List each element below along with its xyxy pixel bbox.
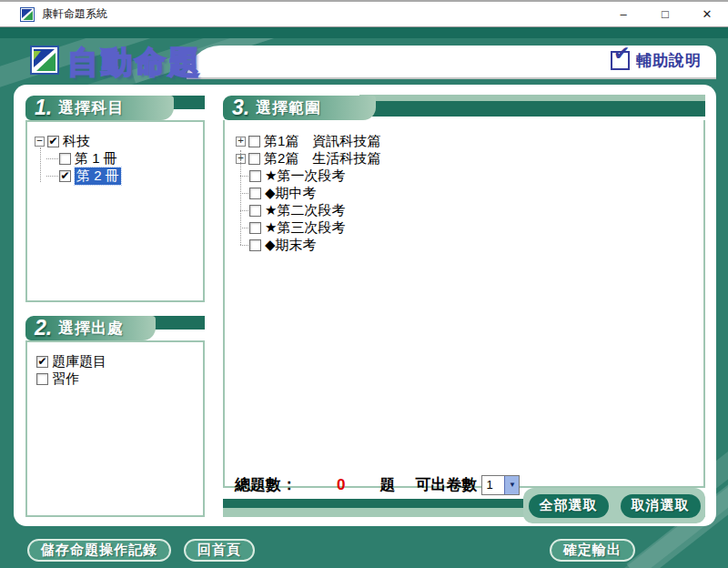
save-record-button[interactable]: 儲存命題操作記錄: [27, 539, 171, 562]
panel3-bottom-bar: [223, 499, 523, 508]
option-row-workbook: 習作: [36, 370, 203, 388]
collapse-icon[interactable]: −: [35, 137, 45, 147]
tree-connector: [240, 176, 248, 177]
tree-label[interactable]: 第2篇 生活科技篇: [264, 150, 380, 167]
subject-tree-box: − ✔ 科技 第 1 冊 ✔ 第 2 冊: [25, 120, 205, 302]
tree-row-part2: + 第2篇 生活科技篇: [236, 150, 703, 167]
checkbox[interactable]: [36, 373, 48, 385]
minimize-button[interactable]: –: [602, 2, 644, 26]
home-button[interactable]: 回首頁: [184, 539, 255, 562]
papers-count-select[interactable]: 1 ▼: [481, 475, 520, 495]
checkbox[interactable]: [248, 136, 260, 147]
checkbox[interactable]: [249, 188, 261, 199]
checkbox[interactable]: [248, 153, 260, 165]
checkmark-box-icon: ✔: [611, 51, 630, 70]
tree-label[interactable]: 第 1 冊: [75, 150, 117, 167]
tree-label[interactable]: ★第一次段考: [265, 167, 345, 185]
papers-label: 可出卷數: [415, 474, 477, 495]
help-label: 輔助說明: [636, 50, 702, 71]
papers-count-value: 1: [482, 476, 504, 494]
selection-buttons-tab: 全部選取 取消選取: [523, 488, 705, 523]
tree-connector: [240, 245, 248, 246]
deselect-button[interactable]: 取消選取: [621, 494, 701, 518]
tree-line: [240, 150, 241, 245]
close-button[interactable]: ✕: [686, 2, 728, 26]
tree-row-part1: + 第1篇 資訊科技篇: [236, 133, 703, 150]
tree-label[interactable]: ★第三次段考: [265, 219, 345, 237]
option-label[interactable]: 題庫題目: [52, 353, 106, 370]
window-titlebar: 康軒命題系統 – □ ✕: [0, 0, 728, 27]
tree-label[interactable]: ★第二次段考: [265, 202, 345, 219]
panel3-number: 3.: [232, 96, 249, 120]
header-white-tab: ✔ 輔助說明: [187, 46, 716, 79]
maximize-button[interactable]: □: [644, 2, 686, 26]
tree-row-volume1: 第 1 冊: [35, 150, 203, 167]
panel2-title: 選擇出處: [58, 318, 124, 339]
tree-connector: [240, 228, 248, 228]
select-all-button[interactable]: 全部選取: [529, 494, 609, 518]
panel2-number: 2.: [35, 316, 52, 340]
page-title: 自動命題: [67, 42, 202, 84]
tree-row-midterm: ◆期中考: [236, 185, 703, 202]
tree-row-exam1: ★第一次段考: [236, 167, 703, 185]
tree-label[interactable]: 第1篇 資訊科技篇: [264, 133, 380, 150]
tree-connector: [46, 158, 58, 159]
checkbox[interactable]: ✔: [36, 356, 48, 368]
total-count: 0: [337, 476, 345, 494]
checkbox[interactable]: [249, 239, 261, 251]
question-summary: 總題數： 0 題 可出卷數 1 ▼: [235, 474, 520, 495]
tree-label[interactable]: 科技: [63, 133, 90, 150]
app-logo-icon: [20, 7, 35, 22]
checkbox[interactable]: [249, 205, 261, 217]
checkbox[interactable]: ✔: [47, 136, 59, 147]
source-options-box: ✔ 題庫題目 習作: [25, 340, 205, 517]
tree-connector: [240, 193, 248, 194]
checkbox[interactable]: [59, 153, 71, 165]
checkbox[interactable]: ✔: [59, 170, 71, 182]
main-panel: 1. 選擇科目 − ✔ 科技 第 1 冊 ✔ 第 2 冊 2. 選擇出: [14, 85, 716, 526]
tree-row-exam2: ★第二次段考: [236, 202, 703, 219]
tree-row-subject-root: − ✔ 科技: [35, 133, 203, 150]
panel2-banner: 2. 選擇出處: [25, 316, 156, 340]
panel3-light-bar: [359, 95, 705, 101]
tree-connector: [46, 176, 58, 177]
option-label[interactable]: 習作: [52, 370, 79, 388]
help-button[interactable]: ✔ 輔助說明: [611, 50, 702, 71]
expand-icon[interactable]: +: [236, 137, 246, 147]
tree-line: [40, 147, 41, 182]
panel1-banner: 1. 選擇科目: [25, 96, 174, 120]
tree-label[interactable]: ◆期末考: [265, 237, 317, 254]
window-title: 康軒命題系統: [42, 6, 107, 22]
header-dark-band: [0, 27, 728, 38]
tree-row-final: ◆期末考: [236, 237, 703, 254]
option-row-bank: ✔ 題庫題目: [36, 353, 203, 370]
confirm-output-button[interactable]: 確定輸出: [550, 539, 635, 562]
tree-label[interactable]: 第 2 冊: [75, 167, 121, 185]
checkbox[interactable]: [249, 222, 261, 234]
tree-row-exam3: ★第三次段考: [236, 219, 703, 237]
total-label: 總題數：: [235, 474, 297, 495]
tree-row-volume2: ✔ 第 2 冊: [35, 167, 203, 185]
panel3-header-bar: [359, 101, 705, 117]
checkbox[interactable]: [249, 170, 261, 182]
panel3-title: 選擇範圍: [256, 97, 321, 118]
tree-connector: [240, 210, 248, 211]
total-unit: 題: [379, 474, 395, 495]
tree-label[interactable]: ◆期中考: [265, 185, 317, 202]
panel1-title: 選擇科目: [58, 97, 124, 118]
panel1-number: 1.: [35, 96, 52, 120]
panel3-banner: 3. 選擇範圍: [223, 96, 376, 120]
brand-logo: [30, 46, 59, 75]
chevron-down-icon[interactable]: ▼: [504, 476, 519, 494]
scope-tree-box: + 第1篇 資訊科技篇 + 第2篇 生活科技篇 ★第一次段考 ◆期中考: [223, 120, 705, 488]
